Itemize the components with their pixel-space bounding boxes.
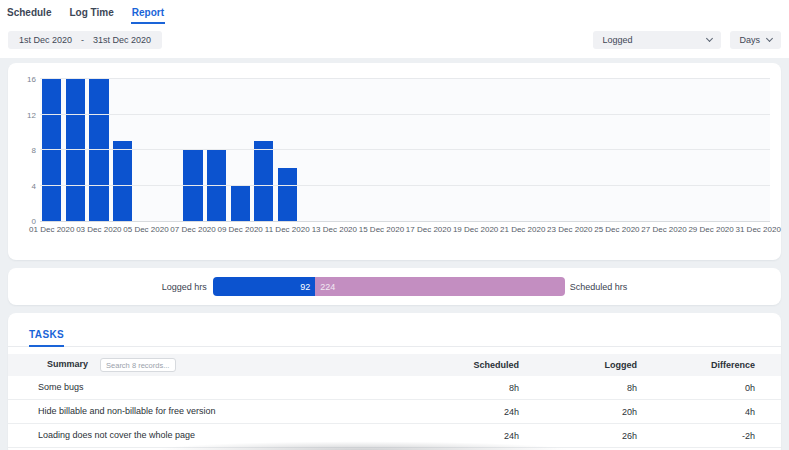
date-separator: -	[81, 35, 84, 45]
task-scheduled-cell: 24h	[401, 407, 519, 417]
unit-dropdown-value: Days	[739, 35, 760, 45]
chart-bar-slot	[252, 79, 276, 221]
tab-report[interactable]: Report	[131, 5, 165, 24]
chart-bar-slot	[275, 79, 299, 221]
x-axis-slot: 29 Dec 2020	[699, 225, 723, 237]
chart-bar-slot	[181, 79, 205, 221]
task-summary-cell: Some bugs	[38, 376, 401, 399]
x-axis-slot: 07 Dec 2020	[181, 225, 205, 237]
chart-bars	[40, 79, 770, 221]
x-axis-slot: 09 Dec 2020	[228, 225, 252, 237]
date-end[interactable]: 31st Dec 2020	[93, 35, 151, 45]
logged-column-header: Logged	[519, 360, 637, 370]
chart-bar-slot	[393, 79, 417, 221]
x-axis-slot: 31 Dec 2020	[746, 225, 770, 237]
x-axis-tick-label: 31 Dec 2020	[735, 225, 780, 234]
chart-bar-slot	[370, 79, 394, 221]
y-axis-tick-label: 12	[16, 110, 36, 119]
x-axis-slot: 11 Dec 2020	[275, 225, 299, 237]
chart-bar-slot	[511, 79, 535, 221]
chart-bar-slot	[417, 79, 441, 221]
x-axis-slot: 03 Dec 2020	[87, 225, 111, 237]
task-difference-cell: -2h	[637, 431, 755, 441]
table-row[interactable]: Loading does not cover the whole page24h…	[8, 423, 781, 447]
chart-bar-slot	[346, 79, 370, 221]
date-range-picker[interactable]: 1st Dec 2020 - 31st Dec 2020	[8, 31, 162, 49]
task-logged-cell: 20h	[519, 407, 637, 417]
date-start[interactable]: 1st Dec 2020	[19, 35, 72, 45]
bar-03-dec[interactable]	[89, 79, 108, 221]
y-axis-tick-label: 4	[16, 181, 36, 190]
chart-plot: 0481216	[40, 79, 770, 222]
tasks-table-body: Some bugs8h8h0hHide billable and non-bil…	[8, 376, 781, 450]
x-axis-slot: 21 Dec 2020	[511, 225, 535, 237]
chart-bar-slot	[699, 79, 723, 221]
chart-x-axis: 01 Dec 202003 Dec 202005 Dec 202007 Dec …	[40, 225, 770, 237]
bar-11-dec[interactable]	[278, 168, 297, 221]
tab-bar: ScheduleLog TimeReport	[6, 5, 781, 24]
bar-10-dec[interactable]	[254, 141, 273, 221]
logged-vs-scheduled-progress-card: Logged hrs 92 224 Scheduled hrs	[8, 268, 781, 305]
x-axis-slot: 05 Dec 2020	[134, 225, 158, 237]
bar-04-dec[interactable]	[113, 141, 132, 221]
chart-bar-slot	[299, 79, 323, 221]
progress-right-label: Scheduled hrs	[570, 282, 628, 292]
chart-bar-slot	[40, 79, 64, 221]
chart-bar-slot	[676, 79, 700, 221]
chart-bar-slot	[64, 79, 88, 221]
filter-bar: 1st Dec 2020 - 31st Dec 2020 Logged Days	[0, 24, 789, 58]
metric-dropdown-value: Logged	[602, 35, 632, 45]
bar-08-dec[interactable]	[207, 150, 226, 221]
y-axis-tick-label: 16	[16, 75, 36, 84]
chart-bar-slot	[582, 79, 606, 221]
chart-bar-slot	[205, 79, 229, 221]
chart-bar-slot	[87, 79, 111, 221]
chart-bar-slot	[323, 79, 347, 221]
x-axis-slot: 13 Dec 2020	[323, 225, 347, 237]
hours-bar-chart-card: 0481216 01 Dec 202003 Dec 202005 Dec 202…	[8, 63, 781, 260]
scheduled-column-header: Scheduled	[401, 360, 519, 370]
x-axis-slot: 17 Dec 2020	[417, 225, 441, 237]
chart-bar-slot	[158, 79, 182, 221]
bar-01-dec[interactable]	[42, 79, 61, 221]
task-difference-cell: 4h	[637, 407, 755, 417]
x-axis-slot: 15 Dec 2020	[370, 225, 394, 237]
task-summary-cell: Hide billable and non-billable for free …	[38, 400, 401, 423]
bar-07-dec[interactable]	[183, 150, 202, 221]
bar-09-dec[interactable]	[231, 186, 250, 222]
tasks-title-row: TASKS	[8, 324, 781, 347]
task-difference-cell: 0h	[637, 383, 755, 393]
unit-dropdown[interactable]: Days	[730, 31, 781, 49]
chart-bar-slot	[629, 79, 653, 221]
task-summary-cell: Loading does not cover the whole page	[38, 424, 401, 447]
x-axis-slot: 19 Dec 2020	[464, 225, 488, 237]
chart-bar-slot	[464, 79, 488, 221]
table-row[interactable]: Some bugs8h8h0h	[8, 376, 781, 399]
tab-log-time[interactable]: Log Time	[68, 5, 114, 24]
gridline	[40, 114, 770, 115]
x-axis-slot: 25 Dec 2020	[605, 225, 629, 237]
metric-dropdown[interactable]: Logged	[593, 31, 721, 49]
summary-header-label: Summary	[47, 358, 88, 371]
x-axis-slot: 23 Dec 2020	[558, 225, 582, 237]
chevron-down-icon	[706, 35, 713, 42]
chart-bar-slot	[746, 79, 770, 221]
search-input[interactable]	[100, 358, 176, 372]
chart-bar-slot	[134, 79, 158, 221]
x-axis-slot: 01 Dec 2020	[40, 225, 64, 237]
table-row[interactable]: Hide billable and non-billable for free …	[8, 399, 781, 423]
progress-scheduled-segment: 224	[315, 277, 565, 296]
gridline	[40, 185, 770, 186]
chart-bar-slot	[534, 79, 558, 221]
bar-02-dec[interactable]	[66, 79, 85, 221]
tab-schedule[interactable]: Schedule	[6, 5, 52, 24]
tasks-table-header: Summary Scheduled Logged Difference	[8, 354, 781, 376]
difference-column-header: Difference	[637, 360, 755, 370]
x-axis-slot: 27 Dec 2020	[652, 225, 676, 237]
task-logged-cell: 8h	[519, 383, 637, 393]
summary-column-header: Summary	[38, 353, 401, 377]
task-scheduled-cell: 24h	[401, 431, 519, 441]
chart-bar-slot	[440, 79, 464, 221]
page-content: 0481216 01 Dec 202003 Dec 202005 Dec 202…	[0, 58, 789, 450]
y-axis-tick-label: 8	[16, 146, 36, 155]
